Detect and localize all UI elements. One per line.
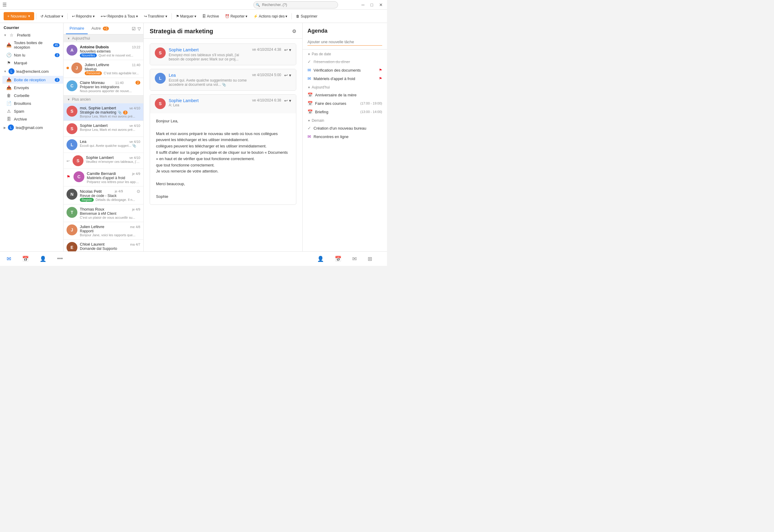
email-item[interactable]: A Antoine Dubois 13:22 Nouvelles externe…: [63, 42, 143, 60]
agenda-section-tomorrow-title[interactable]: ▼ Demain: [308, 118, 382, 123]
thread-item-header[interactable]: S Sophie Lambert A: Lea ve 4/10/2024 6:3…: [150, 95, 296, 113]
new-task-input[interactable]: [308, 38, 382, 46]
agenda-section-today-title[interactable]: ▼ Aujourd'hui: [308, 85, 382, 89]
sidebar-item-trash[interactable]: 🗑 Corbeille: [2, 92, 63, 99]
email-item[interactable]: ↩ S Sophie Lambert ve 4/10 Veuillez m'en…: [63, 153, 143, 169]
sidebar-item-spam[interactable]: ⚠ Spam: [2, 107, 63, 115]
account2-header[interactable]: ▶ L lea@gmail.com: [0, 123, 63, 132]
cal-icon-red-2: 📅: [308, 109, 313, 114]
archive-toolbar-button[interactable]: 🗄 Archive: [200, 13, 221, 20]
sidebar-item-inbox[interactable]: 📥 Boite de réception 3: [2, 76, 63, 84]
reply-all-button[interactable]: ↩↩ Répondre à Tous ▾: [98, 13, 140, 20]
close-button[interactable]: ✕: [377, 2, 385, 7]
tab-other[interactable]: Autre +1: [88, 23, 112, 34]
thread-reply-button[interactable]: ↩: [284, 47, 288, 52]
email-item[interactable]: S moi, Sophie Lambert ve 4/10 Stratégie …: [63, 103, 143, 121]
reading-actions: ⚙: [292, 28, 296, 34]
agenda-nav-grid-button[interactable]: ⊞: [366, 254, 374, 264]
reply-button[interactable]: ↩ Répondre ▾: [69, 13, 97, 20]
delete-button[interactable]: 🗑 Supprimer: [294, 13, 320, 20]
thread-item: S Sophie Lambert Envoyez-moi ces tableau…: [150, 44, 296, 65]
avatar: A: [66, 45, 77, 56]
update-icon: ↺: [40, 14, 43, 18]
mark-button[interactable]: ⚑ Marquer ▾: [173, 13, 199, 20]
sidebar-item-favorites[interactable]: ▼ ☆ Preferiti: [0, 31, 63, 39]
nav-contacts-button[interactable]: 👤: [38, 254, 48, 264]
reply-dropdown-icon: ▾: [93, 14, 95, 18]
thread-collapse-button[interactable]: ▾: [289, 98, 291, 103]
thread-item-actions: ↩ ▾: [284, 47, 291, 52]
inbox-all-icon: 📥: [6, 43, 11, 47]
nav-more-button[interactable]: •••: [55, 254, 65, 264]
thread-item-actions: ↩ ▾: [284, 98, 291, 103]
thread-item-header[interactable]: L Lea Eccoli qui. Avete qualche suggerim…: [150, 69, 296, 90]
flagged-label: Marqué: [14, 61, 60, 65]
thread-time: ve 4/10/2024 4:38: [252, 47, 281, 52]
email-preview: Nous pouvons apporter de nouve...: [80, 89, 140, 93]
email-preview: Veuillez m'envoyer ces tableaux, j'ai ..…: [86, 160, 140, 163]
account1-header[interactable]: ▼ L lea@emclient.com: [0, 67, 63, 76]
email-item[interactable]: N Nicolas Petit je 4/9 ⊙ Revue de code -…: [63, 186, 143, 205]
thread-expand-button[interactable]: ▾: [289, 73, 291, 78]
reply-label: Répondre: [76, 14, 92, 18]
thread-body-text: que tout fonctionne correctement.: [156, 162, 290, 169]
check-all-button[interactable]: ☑: [132, 26, 136, 31]
tab-other-label: Autre: [91, 26, 101, 31]
thread-expand-button[interactable]: ▾: [289, 47, 291, 52]
email-item[interactable]: J Julien Lefèvre me 4/8 Rapporti Bonjour…: [63, 222, 143, 240]
email-content: Lea ve 4/10 Eccoli qui. Avete qualche su…: [80, 139, 140, 148]
snooze-button[interactable]: ⏰ Reporter ▾: [223, 13, 250, 20]
email-header-row: Sophie Lambert ve 4/10: [80, 123, 140, 128]
thread-reply-button[interactable]: ↩: [284, 73, 288, 78]
sidebar-item-unread[interactable]: 🕐 Non lu 3: [2, 51, 63, 59]
reply-all-dropdown-icon: ▾: [136, 14, 138, 18]
sidebar-item-archive[interactable]: 🗄 Archive: [2, 115, 63, 123]
nav-mail-button[interactable]: ✉: [5, 254, 13, 264]
email-sender: moi, Sophie Lambert: [80, 106, 116, 110]
forward-button[interactable]: ↪ Transférer ▾: [141, 13, 169, 20]
agenda-section-no-date-title[interactable]: ▼ Pas de date: [308, 52, 382, 56]
sidebar-item-sent[interactable]: 📤 Envoyés: [2, 84, 63, 92]
email-item[interactable]: S Sophie Lambert ve 4/10 Bonjour Lea, Ma…: [63, 121, 143, 137]
email-preview: Nouvelles Quel est le nouvel ext...: [80, 53, 140, 57]
reading-settings-button[interactable]: ⚙: [292, 28, 296, 34]
sidebar-item-flagged[interactable]: ⚑ Marqué: [2, 59, 63, 67]
quick-actions-icon: ⚡: [253, 14, 258, 18]
new-button-label: + Nouveau: [7, 14, 26, 18]
filter-button[interactable]: ▽: [137, 26, 141, 31]
unread-label: Non lu: [14, 53, 52, 57]
email-preview: Bonjour Lea, Mark et moi avons pré...: [80, 114, 140, 118]
email-time: ve 4/10: [129, 140, 140, 143]
sidebar-item-all-inboxes[interactable]: 📥 Toutes boites de réception 45: [2, 39, 63, 51]
thread-body-text: Mark et moi avons préparé le nouveau sit…: [156, 131, 290, 143]
email-item[interactable]: T Thomas Roux je 4/9 Bienvenue à eM Clie…: [63, 205, 143, 222]
thread-to: A: Lea: [169, 103, 249, 107]
quick-actions-button[interactable]: ⚡ Actions rapi des ▾: [251, 13, 290, 20]
nav-calendar-button[interactable]: 📅: [20, 254, 31, 264]
agenda-section-no-date: ▼ Pas de date: [303, 50, 387, 57]
search-input[interactable]: [253, 1, 338, 8]
agenda-item: ✉ Matériels d'appel à froid ⚑: [303, 74, 387, 83]
thread-item-header[interactable]: S Sophie Lambert Envoyez-moi ces tableau…: [150, 44, 296, 65]
email-item[interactable]: L Lea ve 4/10 Eccoli qui. Avete qualche …: [63, 137, 143, 153]
email-item[interactable]: E Chloé Laurent ma 4/7 Domande dal Suppo…: [63, 240, 143, 251]
attachment-icon: 📎: [222, 83, 226, 86]
email-item[interactable]: C Claire Moreau 11:40 2 Préparer les int…: [63, 78, 143, 95]
update-button[interactable]: ↺ Actualiser ▾: [38, 13, 66, 20]
email-content: Claire Moreau 11:40 2 Préparer les intég…: [80, 80, 140, 93]
agenda-nav-calendar-button[interactable]: 📅: [333, 254, 343, 264]
avatar: N: [66, 189, 77, 200]
agenda-item-text: Rencontres en ligne: [314, 134, 382, 139]
email-content: Julien Lefèvre 11:40 Meetup Personnel C'…: [85, 63, 140, 75]
email-item[interactable]: J Julien Lefèvre 11:40 Meetup Personnel …: [63, 60, 143, 78]
tab-primary[interactable]: Primaire: [66, 23, 88, 34]
agenda-nav-mail-button[interactable]: ✉: [350, 254, 359, 264]
new-button[interactable]: + Nouveau ▼: [4, 12, 34, 20]
hamburger-icon[interactable]: ☰: [2, 2, 7, 8]
agenda-nav-person-button[interactable]: 👤: [315, 254, 326, 264]
thread-reply-button[interactable]: ↩: [284, 98, 288, 103]
email-item[interactable]: ⚑ C Camille Bernardi je 4/9 Matériels d'…: [63, 169, 143, 186]
sidebar-item-drafts[interactable]: 📄 Brouillons: [2, 99, 63, 107]
thread-item: L Lea Eccoli qui. Avete qualche suggerim…: [150, 69, 296, 91]
tab-other-badge: +1: [103, 27, 108, 31]
